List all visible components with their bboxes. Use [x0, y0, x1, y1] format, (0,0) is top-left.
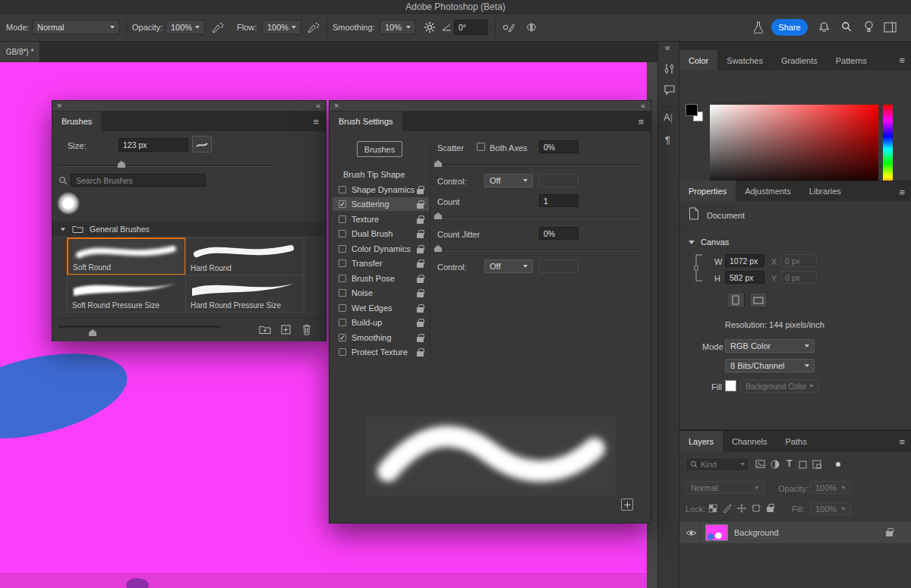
filter-smart-objects-icon[interactable]: [812, 460, 821, 469]
layer-blend-mode-dropdown[interactable]: Normal: [686, 481, 764, 494]
lock-icon[interactable]: [417, 233, 424, 238]
brush-group-header[interactable]: General Brushes: [52, 222, 326, 236]
option-scattering[interactable]: Scattering: [333, 197, 429, 211]
tab-properties[interactable]: Properties: [679, 181, 736, 201]
canvas-bottom-stripe[interactable]: [0, 573, 647, 588]
option-wet-edges[interactable]: Wet Edges: [333, 301, 429, 315]
lock-icon[interactable]: [417, 263, 424, 268]
transfer-checkbox[interactable]: [339, 259, 346, 267]
character-panel-icon[interactable]: A|: [664, 112, 673, 123]
lock-icon[interactable]: [417, 337, 424, 342]
recent-brush-soft-dot[interactable]: [57, 192, 80, 215]
both-axes-checkbox[interactable]: [477, 143, 485, 151]
filter-pixel-layers-icon[interactable]: [755, 460, 765, 468]
new-brush-group-folder-icon[interactable]: [259, 325, 271, 335]
texture-checkbox[interactable]: [339, 215, 346, 223]
count-slider-thumb[interactable]: [434, 212, 442, 219]
orientation-portrait-button[interactable]: [727, 292, 745, 308]
opacity-dropdown[interactable]: 100%: [165, 20, 205, 35]
count-value-field[interactable]: 1: [539, 194, 578, 207]
lock-icon[interactable]: [417, 292, 424, 297]
wet-edges-checkbox[interactable]: [339, 304, 346, 312]
brush-item-hard-round[interactable]: Hard Round: [185, 237, 304, 275]
horizontal-scrollbar[interactable]: [58, 325, 221, 328]
brush-preview-toggle-button[interactable]: [192, 136, 212, 153]
create-new-brush-button[interactable]: [621, 498, 633, 511]
color-dynamics-checkbox[interactable]: [339, 245, 346, 253]
count-slider[interactable]: [436, 217, 642, 219]
brush-item-soft-round[interactable]: Soft Round: [67, 237, 186, 275]
filter-toggle-dot[interactable]: [836, 462, 840, 467]
color-panel-menu-icon[interactable]: ≡: [899, 55, 905, 65]
lock-icon[interactable]: [417, 189, 424, 194]
collapse-icon[interactable]: «: [316, 101, 320, 111]
foreground-color-swatch[interactable]: [686, 104, 698, 116]
lock-artboard-icon[interactable]: [752, 504, 761, 513]
option-build-up[interactable]: Build-up: [333, 316, 429, 329]
option-smoothing[interactable]: Smoothing: [333, 331, 429, 344]
workspace-switcher-icon[interactable]: [884, 22, 897, 33]
lock-all-icon[interactable]: [767, 507, 774, 512]
tab-color[interactable]: Color: [679, 50, 717, 71]
count-jitter-slider[interactable]: [436, 250, 642, 251]
brushes-button[interactable]: Brushes: [357, 141, 402, 157]
lock-position-move-icon[interactable]: [737, 504, 746, 513]
airbrush-opacity-icon[interactable]: [211, 21, 224, 33]
build-up-checkbox[interactable]: [339, 319, 346, 326]
option-brush-tip-shape[interactable]: Brush Tip Shape: [333, 168, 429, 181]
color-mode-dropdown[interactable]: RGB Color: [725, 339, 815, 353]
layer-visibility-eye-icon[interactable]: [686, 529, 697, 537]
height-field[interactable]: 582 px: [725, 271, 764, 284]
brush-settings-menu-icon[interactable]: ≡: [638, 117, 644, 127]
background-layer-lock-icon[interactable]: [886, 531, 893, 536]
lock-paint-brush-icon[interactable]: [723, 504, 732, 513]
option-protect-texture[interactable]: Protect Texture: [333, 345, 429, 359]
option-texture[interactable]: Texture: [333, 212, 429, 226]
brushes-panel-menu-icon[interactable]: ≡: [313, 117, 319, 127]
layer-thumbnail[interactable]: [705, 524, 728, 541]
layer-filter-kind-dropdown[interactable]: Kind: [686, 458, 749, 471]
share-button[interactable]: Share: [771, 19, 808, 36]
count-jitter-value-field[interactable]: 0%: [539, 227, 578, 240]
layer-row-background[interactable]: Background: [679, 522, 911, 543]
layer-opacity-dropdown[interactable]: 100%: [810, 481, 851, 494]
saturation-brightness-picker[interactable]: [710, 105, 878, 190]
option-dual-brush[interactable]: Dual Brush: [333, 227, 429, 241]
collapse-icon[interactable]: «: [641, 101, 645, 111]
x-field[interactable]: 0 px: [780, 254, 817, 267]
shape-dynamics-checkbox[interactable]: [339, 186, 346, 193]
comments-bubble-icon[interactable]: [664, 84, 676, 96]
tab-layers[interactable]: Layers: [679, 431, 723, 451]
count-jitter-slider-thumb[interactable]: [434, 245, 442, 252]
filter-type-layers-icon[interactable]: T: [786, 458, 792, 469]
tab-adjustments[interactable]: Adjustments: [736, 181, 800, 201]
close-icon[interactable]: ×: [334, 101, 339, 111]
tab-brushes[interactable]: Brushes: [52, 112, 101, 131]
smoothing-gear-icon[interactable]: [424, 21, 436, 33]
knobs-panel-icon[interactable]: [664, 63, 675, 74]
tab-paths[interactable]: Paths: [777, 431, 816, 451]
new-brush-plus-icon[interactable]: [281, 325, 291, 335]
thumbnail-size-slider-thumb[interactable]: [89, 329, 96, 336]
flow-dropdown[interactable]: 100%: [262, 20, 301, 35]
smoothing-dropdown[interactable]: 10%: [380, 20, 416, 35]
fill-color-swatch[interactable]: [725, 380, 736, 391]
control1-dropdown[interactable]: Off: [484, 174, 533, 187]
brush-size-slider-thumb[interactable]: [118, 161, 125, 168]
noise-checkbox[interactable]: [339, 289, 346, 297]
y-field[interactable]: 0 px: [780, 271, 817, 284]
purple-paint-dot[interactable]: [126, 578, 149, 588]
brush-item-hard-round-pressure[interactable]: Hard Round Pressure Size: [185, 275, 304, 313]
smoothing-checkbox[interactable]: [339, 334, 346, 341]
option-color-dynamics[interactable]: Color Dynamics: [333, 242, 429, 256]
lock-icon[interactable]: [417, 219, 424, 224]
control2-dropdown[interactable]: Off: [484, 259, 533, 273]
orientation-landscape-button[interactable]: [749, 292, 768, 308]
beta-flask-icon[interactable]: [753, 21, 764, 33]
fill-dropdown[interactable]: Background Color: [740, 379, 819, 393]
hue-strip[interactable]: [883, 105, 893, 190]
lock-icon[interactable]: [417, 322, 424, 327]
brush-angle-field[interactable]: 0°: [454, 20, 487, 35]
filter-shape-layers-icon[interactable]: [799, 461, 807, 469]
link-dimensions-icon[interactable]: [692, 253, 704, 283]
